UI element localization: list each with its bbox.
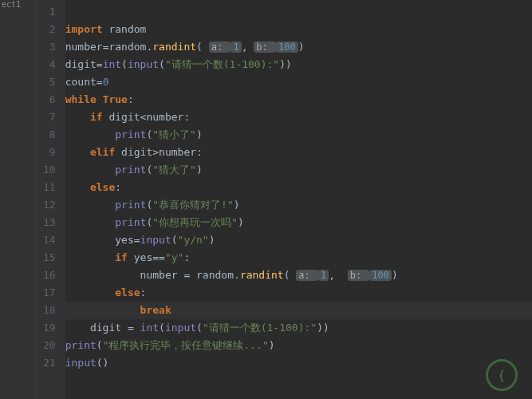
code-line[interactable]: else:: [65, 284, 532, 302]
project-sidebar[interactable]: ect1: [0, 0, 37, 399]
code-line[interactable]: number=random.randint( a: 1, b: 100): [65, 38, 532, 56]
line-number: 17: [43, 284, 56, 302]
line-number: 7: [43, 109, 56, 126]
code-line[interactable]: print("猜大了"): [65, 161, 532, 179]
line-number: 14: [43, 231, 56, 249]
code-line[interactable]: break: [65, 302, 532, 319]
line-number: 18: [43, 302, 56, 319]
line-number: 16: [43, 267, 56, 284]
line-number: 3: [43, 38, 56, 56]
code-line[interactable]: yes=input("y/n"): [65, 231, 532, 249]
code-area[interactable]: import randomnumber=random.randint( a: 1…: [65, 0, 532, 399]
code-line[interactable]: if digit<number:: [65, 109, 532, 126]
code-line[interactable]: print("猜小了"): [65, 126, 532, 144]
sidebar-label: ect1: [2, 0, 21, 9]
code-editor[interactable]: ect1 123456789101112131415161718192021 i…: [0, 0, 532, 399]
code-line[interactable]: print("恭喜你猜对了!"): [65, 196, 532, 214]
line-number: 2: [43, 21, 56, 38]
code-line[interactable]: count=0: [65, 73, 532, 91]
code-line[interactable]: [65, 3, 532, 21]
line-number: 13: [43, 214, 56, 231]
code-line[interactable]: print("程序执行完毕，按任意键继续..."): [65, 337, 532, 354]
line-number: 5: [43, 73, 56, 91]
code-line[interactable]: number = random.randint( a: 1, b: 100): [65, 267, 532, 284]
line-number-gutter: 123456789101112131415161718192021: [37, 0, 65, 399]
code-line[interactable]: elif digit>number:: [65, 144, 532, 161]
code-line[interactable]: print("你想再玩一次吗"): [65, 214, 532, 231]
code-line[interactable]: import random: [65, 21, 532, 38]
code-line[interactable]: digit=int(input("请猜一个数(1-100):")): [65, 56, 532, 73]
line-number: 20: [43, 337, 56, 354]
line-number: 19: [43, 319, 56, 337]
code-line[interactable]: input(): [65, 354, 532, 372]
code-line[interactable]: while True:: [65, 91, 532, 109]
line-number: 9: [43, 144, 56, 161]
code-line[interactable]: else:: [65, 179, 532, 196]
line-number: 6: [43, 91, 56, 109]
line-number: 12: [43, 196, 56, 214]
line-number: 15: [43, 249, 56, 267]
line-number: 11: [43, 179, 56, 196]
line-number: 1: [43, 3, 56, 21]
code-line[interactable]: if yes=="y":: [65, 249, 532, 267]
line-number: 4: [43, 56, 56, 73]
code-line[interactable]: digit = int(input("请猜一个数(1-100):")): [65, 319, 532, 337]
line-number: 10: [43, 161, 56, 179]
watermark-icon: (: [486, 359, 518, 391]
line-number: 21: [43, 354, 56, 372]
line-number: 8: [43, 126, 56, 144]
